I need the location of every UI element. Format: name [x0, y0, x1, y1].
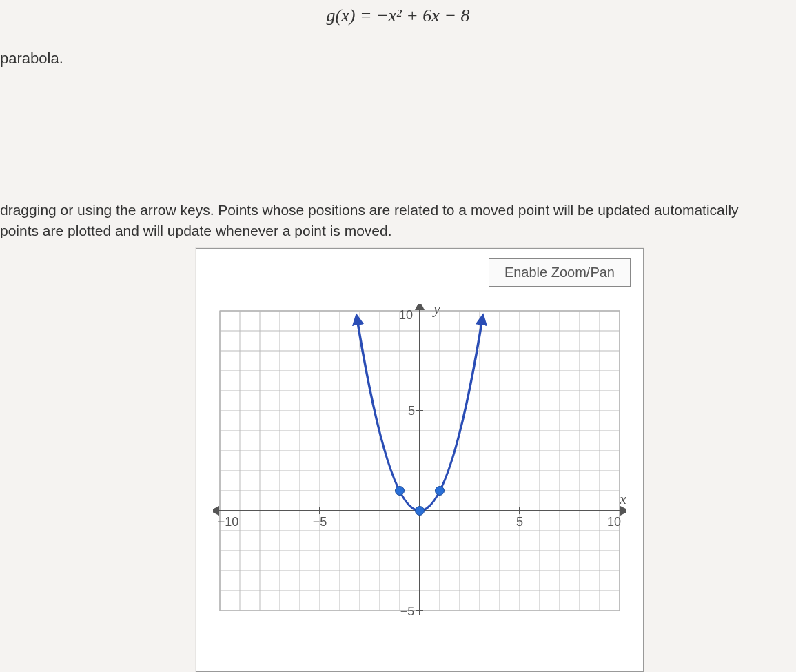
plot-point-right[interactable] [436, 487, 445, 496]
parabola-label: parabola. [0, 50, 63, 68]
divider [0, 90, 796, 90]
instruction-text: dragging or using the arrow keys. Points… [0, 200, 796, 242]
x-axis-label: x [619, 490, 626, 507]
tick-10y: 10 [399, 308, 413, 322]
enable-zoom-pan-button[interactable]: Enable Zoom/Pan [489, 258, 631, 287]
tick-neg5y: −5 [400, 604, 415, 618]
tick-neg5: −5 [313, 515, 327, 529]
tick-10x: 10 [607, 515, 621, 529]
coordinate-plot[interactable]: −10 −5 5 10 10 5 −5 y x [213, 304, 626, 669]
plot-point-vertex[interactable] [416, 507, 425, 516]
tick-5y: 5 [408, 404, 415, 418]
tick-neg10: −10 [218, 515, 239, 529]
plot-point-left[interactable] [396, 487, 405, 496]
instruction-line-1: dragging or using the arrow keys. Points… [0, 202, 739, 218]
tick-5x: 5 [516, 515, 523, 529]
equation-text: g(x) = −x² + 6x − 8 [0, 0, 796, 26]
y-axis-label: y [432, 304, 440, 317]
graph-panel: Enable Zoom/Pan [196, 248, 644, 672]
instruction-line-2: points are plotted and will update whene… [0, 223, 392, 238]
